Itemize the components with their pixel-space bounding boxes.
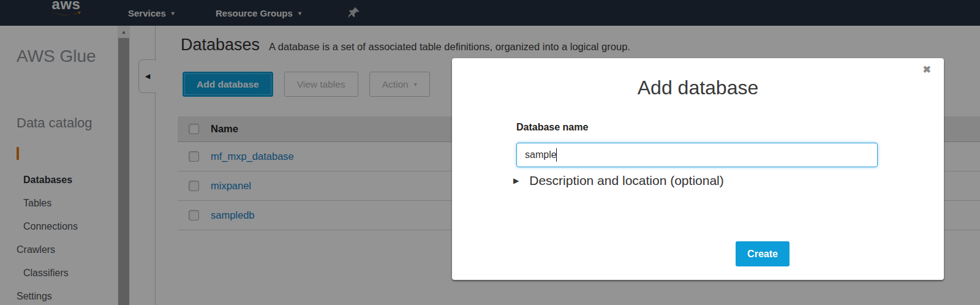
description-location-disclosure[interactable]: ▶ Description and location (optional) bbox=[516, 173, 724, 188]
disclosure-label: Description and location (optional) bbox=[529, 173, 724, 188]
database-name-input[interactable] bbox=[516, 143, 878, 167]
aws-glue-console-screen: aws Services ▾ Resource Groups ▾ AWS Glu… bbox=[0, 0, 980, 305]
modal-title: Add database bbox=[452, 77, 944, 99]
database-name-input-wrap bbox=[516, 143, 878, 167]
disclosure-triangle-icon: ▶ bbox=[513, 176, 519, 185]
text-cursor bbox=[556, 148, 557, 162]
database-name-label: Database name bbox=[516, 122, 588, 133]
close-icon[interactable]: ✖ bbox=[923, 65, 931, 75]
create-button[interactable]: Create bbox=[736, 241, 790, 266]
add-database-modal: ✖ Add database Database name ▶ Descripti… bbox=[452, 58, 944, 280]
